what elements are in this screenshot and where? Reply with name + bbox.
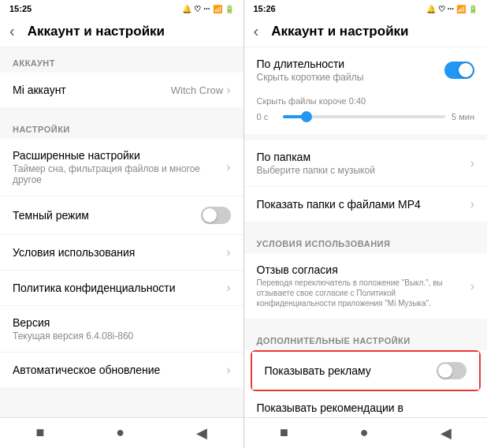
additional-group: Показывать рекламу Показывать рекомендац… bbox=[244, 350, 488, 417]
auto-update-item[interactable]: Автоматическое обновление › bbox=[0, 353, 244, 387]
mi-account-chevron: › bbox=[226, 83, 230, 97]
auto-update-title: Автоматическое обновление bbox=[13, 364, 226, 376]
right-nav-bar: ■ ● ◀ bbox=[244, 417, 488, 448]
privacy-item[interactable]: Политика конфиденциальности › bbox=[0, 271, 244, 306]
slider-thumb bbox=[301, 111, 312, 122]
show-ads-highlight: Показывать рекламу bbox=[251, 350, 481, 391]
show-recommendations-item: Показывать рекомендации в интернете во в… bbox=[244, 391, 488, 417]
by-duration-item: По длительности Скрыть короткие файлы bbox=[244, 47, 488, 93]
by-duration-toggle[interactable] bbox=[444, 62, 474, 79]
right-page-title: Аккаунт и настройки bbox=[271, 24, 408, 39]
right-status-bar: 15:26 🔔 ♡ ··· 📶 🔋 bbox=[244, 0, 488, 16]
advanced-settings-subtitle: Таймер сна, фильтрация файлов и многое д… bbox=[13, 163, 226, 185]
by-folders-chevron: › bbox=[470, 156, 474, 170]
slider-row: 0 с 5 мин bbox=[244, 109, 488, 128]
advanced-settings-chevron: › bbox=[226, 160, 230, 174]
right-content: По длительности Скрыть короткие файлы Ск… bbox=[244, 47, 488, 417]
left-page-title: Аккаунт и настройки bbox=[28, 24, 165, 39]
version-title: Версия bbox=[13, 316, 231, 329]
consent-group: Отзыв согласия Переводя переключатель в … bbox=[244, 253, 488, 319]
duration-slider[interactable] bbox=[283, 115, 446, 118]
version-item: Версия Текущая версия 6.4.08i-860 bbox=[0, 306, 244, 353]
by-duration-title: По длительности bbox=[257, 58, 445, 70]
show-mp4-title: Показать папки с файлами MP4 bbox=[257, 198, 470, 211]
by-folders-item[interactable]: По папкам Выберите папки с музыкой › bbox=[244, 140, 488, 187]
consent-title: Отзыв согласия bbox=[257, 263, 470, 276]
left-top-bar: ‹ Аккаунт и настройки bbox=[0, 16, 244, 47]
right-back-button[interactable]: ‹ bbox=[254, 22, 259, 40]
show-recommendations-title: Показывать рекомендации в интернете во в… bbox=[257, 401, 445, 417]
show-ads-item: Показывать рекламу bbox=[252, 352, 480, 390]
right-status-icons: 🔔 ♡ ··· 📶 🔋 bbox=[426, 5, 478, 13]
by-duration-subtitle: Скрыть короткие файлы bbox=[257, 72, 445, 83]
folders-group: По папкам Выберите папки с музыкой › Пок… bbox=[244, 140, 488, 222]
slider-max: 5 мин bbox=[452, 112, 474, 121]
show-ads-toggle[interactable] bbox=[437, 362, 467, 379]
advanced-settings-item[interactable]: Расширенные настройки Таймер сна, фильтр… bbox=[0, 139, 244, 196]
consent-item[interactable]: Отзыв согласия Переводя переключатель в … bbox=[244, 253, 488, 319]
show-mp4-chevron: › bbox=[470, 197, 474, 211]
nav-circle-icon[interactable]: ● bbox=[116, 424, 125, 442]
left-time: 15:25 bbox=[9, 4, 32, 13]
slider-min: 0 с bbox=[257, 112, 277, 121]
nav-back-icon[interactable]: ◀ bbox=[196, 424, 207, 442]
show-ads-title: Показывать рекламу bbox=[265, 364, 437, 377]
right-top-bar: ‹ Аккаунт и настройки bbox=[244, 16, 488, 47]
auto-update-chevron: › bbox=[226, 363, 230, 377]
left-back-button[interactable]: ‹ bbox=[9, 22, 15, 40]
section-label-settings: НАСТРОЙКИ bbox=[0, 114, 244, 139]
section-label-account: АККАУНТ bbox=[0, 47, 244, 73]
mi-account-title: Mi аккаунт bbox=[13, 84, 171, 96]
duration-group: По длительности Скрыть короткие файлы bbox=[244, 47, 488, 93]
right-panel: 15:26 🔔 ♡ ··· 📶 🔋 ‹ Аккаунт и настройки … bbox=[244, 0, 488, 448]
consent-chevron: › bbox=[470, 279, 474, 293]
dark-mode-item: Темный режим bbox=[0, 196, 244, 235]
left-status-icons: 🔔 ♡ ··· 📶 🔋 bbox=[182, 5, 233, 13]
show-mp4-item[interactable]: Показать папки с файлами MP4 › bbox=[244, 187, 488, 222]
terms-title: Условия использования bbox=[13, 246, 226, 259]
terms-chevron: › bbox=[226, 245, 230, 259]
privacy-chevron: › bbox=[226, 281, 230, 295]
privacy-title: Политика конфиденциальности bbox=[13, 282, 226, 294]
left-nav-bar: ■ ● ◀ bbox=[0, 417, 244, 448]
dark-mode-toggle[interactable] bbox=[201, 207, 231, 224]
mi-account-item[interactable]: Mi аккаунт Witch Crow › bbox=[0, 73, 244, 107]
dark-mode-title: Темный режим bbox=[13, 209, 201, 222]
right-time: 15:26 bbox=[254, 4, 276, 13]
nav-square-icon[interactable]: ■ bbox=[35, 424, 44, 442]
settings-group: Расширенные настройки Таймер сна, фильтр… bbox=[0, 139, 244, 387]
terms-item[interactable]: Условия использования › bbox=[0, 235, 244, 271]
consent-subtitle: Переводя переключатель в положение "Выкл… bbox=[257, 278, 470, 308]
right-nav-square-icon[interactable]: ■ bbox=[280, 424, 288, 442]
right-nav-circle-icon[interactable]: ● bbox=[360, 424, 369, 442]
by-folders-title: По папкам bbox=[257, 151, 470, 163]
by-folders-subtitle: Выберите папки с музыкой bbox=[257, 165, 470, 176]
mi-account-value: Witch Crow bbox=[171, 84, 223, 96]
additional-settings-label: ДОПОЛНИТЕЛЬНЫЕ НАСТРОЙКИ bbox=[244, 325, 488, 350]
left-content: АККАУНТ Mi аккаунт Witch Crow › НАСТРОЙК… bbox=[0, 47, 244, 417]
left-status-bar: 15:25 🔔 ♡ ··· 📶 🔋 bbox=[0, 0, 244, 16]
slider-label: Скрыть файлы короче 0:40 bbox=[244, 96, 488, 109]
right-terms-section-label: УСЛОВИЯ ИСПОЛЬЗОВАНИЯ bbox=[244, 228, 488, 253]
account-group: Mi аккаунт Witch Crow › bbox=[0, 73, 244, 107]
right-nav-back-icon[interactable]: ◀ bbox=[441, 424, 452, 442]
slider-group: Скрыть файлы короче 0:40 0 с 5 мин bbox=[244, 93, 488, 134]
version-subtitle: Текущая версия 6.4.08i-860 bbox=[13, 330, 231, 342]
advanced-settings-title: Расширенные настройки bbox=[13, 149, 226, 162]
left-panel: 15:25 🔔 ♡ ··· 📶 🔋 ‹ Аккаунт и настройки … bbox=[0, 0, 244, 448]
